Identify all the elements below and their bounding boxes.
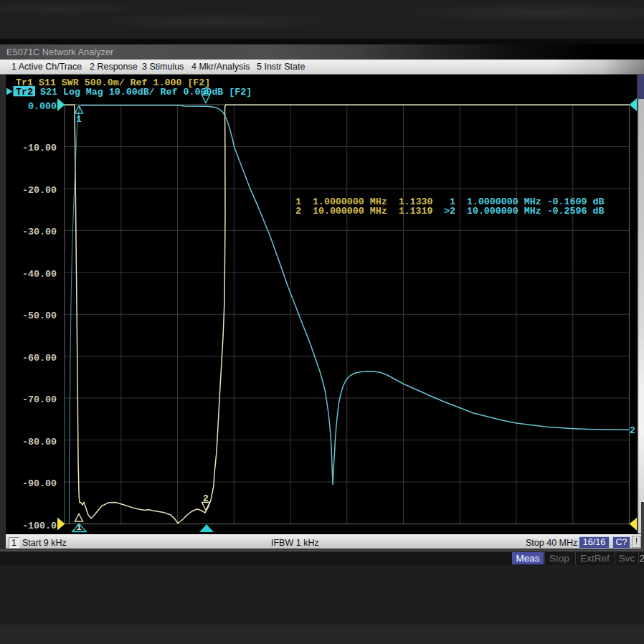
svg-text:S21 Log Mag 10.00dB/ Ref 0.000: S21 Log Mag 10.00dB/ Ref 0.000dB [F2] xyxy=(40,87,252,98)
svg-text:-20.00: -20.00 xyxy=(22,185,57,196)
svg-text:-70.00: -70.00 xyxy=(22,394,57,405)
svg-text:2: 2 xyxy=(203,493,209,504)
svg-text:-100.0: -100.0 xyxy=(22,521,57,531)
svg-text:1: 1 xyxy=(76,114,82,125)
svg-text:-50.00: -50.00 xyxy=(22,311,57,321)
svg-text:0.000: 0.000 xyxy=(28,101,57,112)
svg-text:-80.00: -80.00 xyxy=(22,437,57,448)
svg-text:-10.00: -10.00 xyxy=(22,143,57,153)
svg-text:>2 10.000000 MHz -0.2596 dB: >2 10.000000 MHz -0.2596 dB xyxy=(444,206,604,217)
svg-text:Tr2: Tr2 xyxy=(16,87,33,98)
svg-text:2 10.000000 MHz 1.1319: 2 10.000000 MHz 1.1319 xyxy=(295,206,433,217)
svg-text:-90.00: -90.00 xyxy=(22,478,57,489)
svg-text:-40.00: -40.00 xyxy=(22,269,57,280)
svg-text:-60.00: -60.00 xyxy=(22,353,57,364)
svg-text:2: 2 xyxy=(203,86,209,97)
svg-text:2: 2 xyxy=(630,425,635,436)
svg-text:-30.00: -30.00 xyxy=(22,227,57,237)
